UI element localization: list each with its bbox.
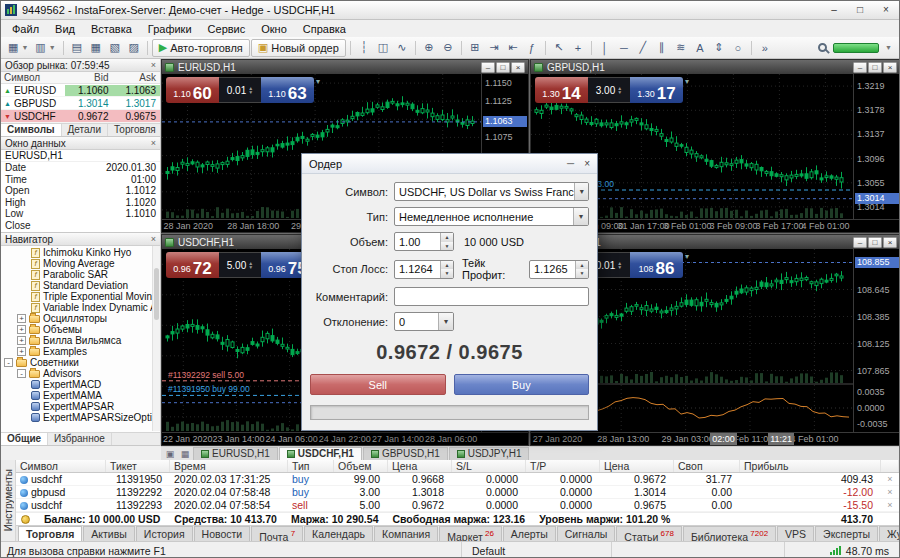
spinner-down-icon[interactable]: ▼ — [576, 269, 588, 278]
expander-icon[interactable]: - — [4, 358, 13, 367]
symbol-select[interactable]: USDCHF, US Dollar vs Swiss Franc ▾ — [394, 182, 589, 201]
spinner-down-icon[interactable]: ▼ — [617, 90, 622, 94]
panel-close-icon[interactable]: × — [151, 138, 156, 148]
chart-close-icon[interactable]: × — [511, 62, 525, 73]
spinner-up-icon[interactable]: ▲ — [576, 261, 588, 270]
dropdown-caret-icon[interactable]: ▾ — [438, 313, 453, 330]
market-watch-tab-символы[interactable]: Символы — [1, 124, 62, 136]
profile-selector[interactable]: Default — [461, 542, 611, 558]
menu-file[interactable]: Файл — [4, 22, 47, 36]
ocw-volume-input[interactable]: 3.00▲▼ — [588, 77, 630, 103]
dialog-close-icon[interactable]: × — [584, 158, 590, 169]
chart-candles-button[interactable]: ◫ — [374, 39, 392, 57]
arrows-button[interactable]: ⇕ — [710, 39, 728, 57]
trade-row[interactable]: gbpusd113922922020.02.04 07:58:48buy3.00… — [16, 486, 899, 499]
expander-icon[interactable]: + — [17, 314, 26, 323]
menu-view[interactable]: Вид — [47, 22, 83, 36]
connection-status[interactable]: 48.70 ms — [784, 542, 899, 558]
navigator-item-8[interactable]: +Билла Вильямса — [1, 335, 160, 346]
chart-tab-gbpusd-h1[interactable]: GBPUSD,H1 — [363, 447, 448, 460]
price-scale[interactable]: 108.905108.645108.385108.125107.8650.003… — [853, 249, 900, 432]
order-type-select[interactable]: Немедленное исполнение ▾ — [394, 207, 589, 226]
navigator-button[interactable]: ▧ — [106, 39, 124, 57]
spinner-up-icon[interactable]: ▲ — [441, 261, 453, 270]
chart-minimize-icon[interactable]: – — [853, 62, 867, 73]
maximize-icon[interactable]: □ — [847, 1, 873, 19]
auto-scroll-button[interactable]: ⇥ — [485, 39, 503, 57]
market-watch-tab-торговля[interactable]: Торговля — [108, 124, 160, 136]
market-watch-column-headers[interactable]: Символ Bid Ask — [1, 72, 160, 84]
market-watch-row-gbpusd[interactable]: ▲GBPUSD 1.30141.3017 — [1, 97, 160, 110]
dropdown-caret-icon[interactable]: ▾ — [574, 183, 589, 200]
dropdown-caret-icon[interactable]: ▾ — [573, 208, 588, 225]
expander-icon[interactable]: - — [17, 369, 26, 378]
toolbox-tab-новости[interactable]: Новости — [194, 526, 251, 541]
deviation-select[interactable]: 0 ▾ — [394, 312, 454, 331]
chevron-down-icon[interactable]: ▼ — [885, 44, 892, 51]
navigator-item-12[interactable]: ExpertMACD — [1, 379, 160, 390]
toolbox-tab-маркет[interactable]: Маркет 26 — [439, 526, 502, 541]
column-symbol[interactable]: Символ — [1, 72, 65, 83]
panel-close-icon[interactable]: × — [151, 234, 156, 244]
column-header[interactable]: Прибыль — [740, 460, 881, 472]
ocw-buy-button[interactable]: 1.3017 — [630, 77, 683, 103]
market-watch-tab-детали[interactable]: Детали — [62, 124, 108, 136]
column-header[interactable]: Цена — [388, 460, 452, 472]
ocw-volume-input[interactable]: 5.00▲▼ — [219, 252, 261, 278]
close-position-icon[interactable]: × — [881, 500, 899, 510]
equidistant-channel-button[interactable]: ∥ — [653, 39, 671, 57]
close-position-icon[interactable]: × — [881, 487, 899, 497]
spinner-down-icon[interactable]: ▼ — [248, 265, 253, 269]
profiles-button[interactable]: ▥▼ — [32, 39, 58, 57]
ocw-volume-input[interactable]: 0.01▲▼ — [219, 77, 261, 103]
column-header[interactable]: Время — [170, 460, 288, 472]
navigator-item-3[interactable]: fStandard Deviation — [1, 280, 160, 291]
vertical-line-button[interactable]: │ — [596, 39, 614, 57]
spinner-down-icon[interactable]: ▼ — [441, 242, 453, 251]
toolbox-tab-активы[interactable]: Активы — [83, 526, 135, 541]
ocw-settings-icon[interactable]: ▾ — [316, 77, 320, 103]
navigator-item-9[interactable]: +Examples — [1, 346, 160, 357]
menu-charts[interactable]: Графики — [140, 22, 200, 36]
chart-close-icon[interactable]: × — [883, 237, 897, 248]
column-header[interactable]: Тип — [288, 460, 334, 472]
spinner-down-icon[interactable]: ▼ — [248, 90, 253, 94]
navigator-item-15[interactable]: ExpertMAPSARSizeOptim — [1, 412, 160, 423]
sell-order-button[interactable]: Sell — [310, 374, 446, 395]
navigator-tab-общие[interactable]: Общие — [1, 433, 48, 445]
toolbox-tab-статьи[interactable]: Статьи 678 — [616, 526, 682, 541]
chart-close-icon[interactable]: × — [883, 62, 897, 73]
chart-tab-usdjpy-h1[interactable]: USDJPY,H1 — [449, 447, 530, 460]
column-header[interactable]: Символ — [16, 460, 106, 472]
toolbox-tab-эксперты[interactable]: Эксперты — [815, 526, 878, 541]
data-window-button[interactable]: ▦ — [87, 39, 105, 57]
take-profit-stepper[interactable]: 1.1265 ▲▼ — [529, 260, 589, 279]
column-header[interactable]: Объем — [334, 460, 388, 472]
more-tools-button[interactable]: » — [756, 39, 774, 57]
order-dialog-titlebar[interactable]: Ордер ─× — [302, 154, 597, 174]
navigator-item-5[interactable]: fVariable Index Dynamic A — [1, 302, 160, 313]
navigator-item-0[interactable]: fIchimoku Kinko Hyo — [1, 247, 160, 258]
navigator-item-7[interactable]: +Объемы — [1, 324, 160, 335]
navigator-item-6[interactable]: +Осцилляторы — [1, 313, 160, 324]
toolbox-tab-почта[interactable]: Почта 7 — [251, 526, 303, 541]
column-header[interactable]: Тикет — [106, 460, 170, 472]
indicators-button[interactable]: ƒ — [523, 39, 541, 57]
expander-icon[interactable]: + — [17, 325, 26, 334]
zoom-out-button[interactable]: ⊖ — [439, 39, 457, 57]
volume-stepper[interactable]: 1.00 ▲▼ — [394, 232, 454, 251]
toolbox-button[interactable]: ▨ — [125, 39, 143, 57]
close-position-icon[interactable]: × — [881, 474, 899, 484]
chart-minimize-icon[interactable]: – — [853, 237, 867, 248]
trend-line-button[interactable]: ╱ — [634, 39, 652, 57]
chart-restore-icon[interactable]: □ — [868, 62, 882, 73]
market-watch-row-eurusd[interactable]: ▲EURUSD 1.10601.1063 — [1, 84, 160, 97]
scrollbar-thumb[interactable] — [154, 268, 159, 320]
toolbox-side-tab[interactable]: Инструменты — [1, 460, 16, 541]
search-icon[interactable] — [818, 43, 827, 52]
market-watch-button[interactable]: ▤ — [68, 39, 86, 57]
chart-titlebar[interactable]: EURUSD,H1 –□× — [162, 60, 528, 74]
navigator-tab-избранное[interactable]: Избранное — [48, 433, 112, 445]
chart-bars-button[interactable]: ┆ — [355, 39, 373, 57]
navigator-item-11[interactable]: -Advisors — [1, 368, 160, 379]
